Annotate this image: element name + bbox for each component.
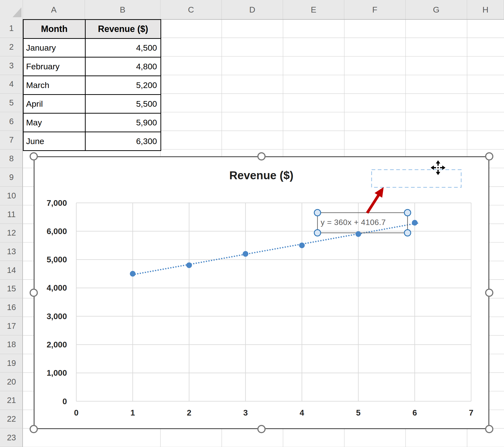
revenue-cell[interactable]: 5,900 <box>85 113 161 132</box>
row-header-column: 1234567891011121314151617181920212223 <box>0 19 23 447</box>
row-header-12[interactable]: 12 <box>0 224 23 242</box>
table-row: February4,800 <box>23 57 161 76</box>
row-header-15[interactable]: 15 <box>0 279 23 298</box>
table-header-row: MonthRevenue ($) <box>23 20 161 39</box>
select-all-triangle-icon <box>13 7 21 17</box>
row-header-1[interactable]: 1 <box>0 19 23 38</box>
row-header-5[interactable]: 5 <box>0 94 23 112</box>
revenue-cell[interactable]: 5,500 <box>85 95 161 113</box>
column-header-H[interactable]: H <box>467 0 504 19</box>
table-header-cell[interactable]: Month <box>23 20 85 39</box>
month-cell[interactable]: April <box>23 95 85 113</box>
row-header-3[interactable]: 3 <box>0 56 23 75</box>
table-row: April5,500 <box>23 95 161 113</box>
row-header-21[interactable]: 21 <box>0 391 23 410</box>
chart-area[interactable] <box>34 156 489 429</box>
revenue-cell[interactable]: 4,800 <box>85 57 161 76</box>
month-cell[interactable]: June <box>23 132 85 151</box>
trendline-equation-text[interactable]: y = 360x + 4106.7 <box>321 218 409 227</box>
revenue-cell[interactable]: 6,300 <box>85 132 161 151</box>
row-header-17[interactable]: 17 <box>0 317 23 335</box>
column-header-B[interactable]: B <box>85 0 161 19</box>
row-header-10[interactable]: 10 <box>0 187 23 205</box>
month-cell[interactable]: January <box>23 39 85 57</box>
row-header-14[interactable]: 14 <box>0 261 23 279</box>
row-header-13[interactable]: 13 <box>0 242 23 261</box>
row-header-11[interactable]: 11 <box>0 205 23 224</box>
column-header-D[interactable]: D <box>222 0 283 19</box>
table-row: March5,200 <box>23 76 161 95</box>
table-header-cell[interactable]: Revenue ($) <box>85 20 161 39</box>
row-header-23[interactable]: 23 <box>0 428 23 447</box>
chart-title[interactable]: Revenue ($) <box>188 169 335 182</box>
row-header-4[interactable]: 4 <box>0 75 23 94</box>
select-all-corner[interactable] <box>0 0 23 19</box>
column-header-G[interactable]: G <box>406 0 467 19</box>
table-row: January4,500 <box>23 39 161 57</box>
revenue-cell[interactable]: 5,200 <box>85 76 161 95</box>
month-cell[interactable]: February <box>23 57 85 76</box>
month-cell[interactable]: May <box>23 113 85 132</box>
row-header-9[interactable]: 9 <box>0 168 23 187</box>
month-cell[interactable]: March <box>23 76 85 95</box>
row-header-18[interactable]: 18 <box>0 335 23 354</box>
column-header-E[interactable]: E <box>283 0 344 19</box>
table-row: May5,900 <box>23 113 161 132</box>
spreadsheet: ABCDEFGH 1234567891011121314151617181920… <box>0 0 504 447</box>
revenue-cell[interactable]: 4,500 <box>85 39 161 57</box>
row-header-6[interactable]: 6 <box>0 112 23 131</box>
data-table: MonthRevenue ($) January4,500February4,8… <box>23 19 161 151</box>
row-header-2[interactable]: 2 <box>0 38 23 56</box>
column-header-A[interactable]: A <box>23 0 85 19</box>
column-header-row: ABCDEFGH <box>0 0 504 20</box>
row-header-7[interactable]: 7 <box>0 131 23 150</box>
row-header-8[interactable]: 8 <box>0 150 23 168</box>
row-header-20[interactable]: 20 <box>0 373 23 391</box>
column-header-C[interactable]: C <box>161 0 222 19</box>
column-header-F[interactable]: F <box>344 0 406 19</box>
row-header-19[interactable]: 19 <box>0 354 23 373</box>
table-row: June6,300 <box>23 132 161 151</box>
row-header-22[interactable]: 22 <box>0 410 23 429</box>
row-header-16[interactable]: 16 <box>0 298 23 317</box>
